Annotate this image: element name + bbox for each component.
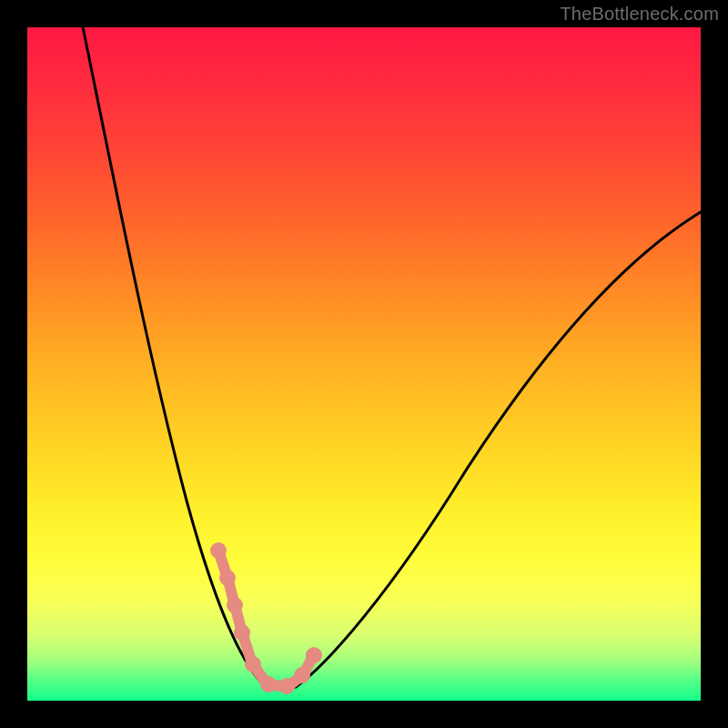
svg-line-16 (304, 658, 312, 673)
svg-line-11 (236, 608, 241, 630)
svg-line-10 (228, 581, 234, 602)
watermark-text: TheBottleneck.com (560, 4, 719, 25)
svg-line-12 (243, 635, 251, 661)
v-curve-path (81, 27, 701, 687)
svg-line-15 (289, 677, 300, 685)
chart-svg (27, 27, 701, 701)
svg-line-13 (255, 667, 266, 682)
svg-line-14 (271, 685, 284, 686)
plot-area (27, 27, 701, 701)
chart-frame: TheBottleneck.com (0, 0, 728, 728)
svg-line-9 (219, 553, 227, 575)
